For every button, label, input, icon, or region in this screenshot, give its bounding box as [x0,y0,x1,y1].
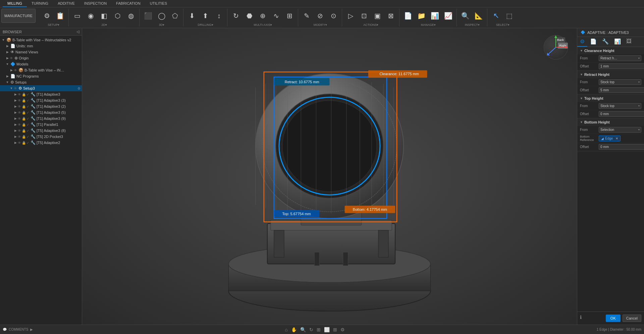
prop-tab-settings[interactable]: ⚙ [577,37,587,47]
toolbar-2d-btn3[interactable]: ◧ [98,12,110,20]
visibility-icon[interactable]: 👁 [14,68,17,72]
lock-icon[interactable]: 🔒 [22,93,26,96]
visibility-icon[interactable]: 👁 [18,105,21,108]
toolbar-2d-btn1[interactable]: ▭ [71,12,84,20]
manufacture-button[interactable]: MANUFACTURE [1,9,36,23]
toolbar-multi-btn5[interactable]: ⊞ [284,12,296,20]
clearance-height-header[interactable]: ▼ Clearance Height [577,47,644,54]
lock-icon[interactable]: 🔒 [22,111,26,114]
tab-milling[interactable]: MILLING [3,0,27,7]
info-icon[interactable]: ℹ [580,315,582,322]
lock-icon[interactable]: 🔒 [22,117,26,121]
top-from-dropdown[interactable]: Stock top ▾ [599,103,641,109]
toolbar-2d-btn5[interactable]: ◍ [125,12,137,20]
check-icon[interactable]: ✓ [26,123,29,127]
visibility-icon[interactable]: 👁 [18,117,21,121]
lock-icon[interactable]: 🔒 [22,99,26,102]
toolbar-manage-btn2[interactable]: 📁 [416,12,428,20]
tab-fabrication[interactable]: FABRICATION [111,0,145,7]
toolbar-actions-btn2[interactable]: ⊡ [358,12,370,20]
tree-item-13[interactable]: ▶👁🔒✓🔧[T1] Adaptive3 (5) [0,109,82,115]
toolbar-multi-btn1[interactable]: ↻ [230,12,242,20]
tree-item-9[interactable]: ▼👁⚙Setup3⚙ [0,85,82,91]
tree-item-17[interactable]: ▶👁🔒✓🔧[T5] 2D Pocket3 [0,134,82,140]
visibility-icon[interactable]: 👁 [10,56,13,60]
toolbar-multi-btn4[interactable]: ∿ [270,12,282,20]
check-icon[interactable]: ✓ [26,99,29,102]
tab-inspection[interactable]: INSPECTION [79,0,111,7]
bottom-ref-close-icon[interactable]: ✕ [615,137,618,140]
toolbar-stock-btn[interactable]: 📋 [54,12,66,20]
visibility-icon[interactable]: 👁 [18,123,21,127]
visibility-icon[interactable]: 👁 [18,93,21,96]
toolbar-multi-btn3[interactable]: ⊕ [257,12,269,20]
toolbar-inspect-btn1[interactable]: 🔍 [460,12,472,20]
tab-additive[interactable]: ADDITIVE [53,0,79,7]
tab-utilities[interactable]: UTILITIES [145,0,172,7]
tree-item-4[interactable]: ▶👁⊕Origin [0,55,82,61]
visibility-icon[interactable]: 👁 [18,129,21,133]
tree-item-14[interactable]: ▶👁🔒✓🔧[T1] Adaptive3 (9) [0,115,82,122]
tree-item-8[interactable]: ▼⚙Setups [0,79,82,85]
settings-bottom-icon[interactable]: ⚙ [340,326,345,333]
toolbar-manage-btn4[interactable]: 📈 [442,12,454,20]
lock-icon[interactable]: 🔒 [22,123,26,127]
grid-icon[interactable]: ⊞ [332,326,338,333]
cancel-button[interactable]: Cancel [623,315,641,322]
orbit-icon[interactable]: ↻ [309,326,314,333]
toolbar-modify-btn1[interactable]: ✎ [301,12,313,20]
lock-icon[interactable]: 🔒 [22,141,26,145]
tree-item-10[interactable]: ▶👁🔒✓🔧[T1] Adaptive3 [0,91,82,97]
toolbar-select-btn2[interactable]: ⬚ [503,12,516,20]
toolbar-manage-btn3[interactable]: 📊 [429,12,441,20]
clearance-from-dropdown[interactable]: Retract h… ▾ [599,55,641,61]
toolbar-drilling-btn1[interactable]: ⬇ [186,12,198,20]
viewport[interactable]: Clearance: 11.6775 mm Retract: 10.6775 m… [82,28,577,325]
visibility-icon[interactable]: 👁 [14,87,17,90]
check-icon[interactable]: ✓ [26,111,29,114]
comments-section[interactable]: 💬 COMMENTS ▶ [3,328,33,331]
tree-item-6[interactable]: ▶👁📦B-Table with Vise – IN… [0,67,82,73]
pan-icon[interactable]: ✋ [290,326,298,333]
check-icon[interactable]: ✓ [26,141,29,145]
visibility-icon[interactable]: 👁 [18,141,21,145]
tab-turning[interactable]: TURNING [27,0,53,7]
top-offset-input[interactable] [599,111,644,117]
tree-item-11[interactable]: ▶👁🔒✓🔧[T1] Adaptive3 (3) [0,97,82,103]
tree-item-3[interactable]: ▶👁Named Views [0,49,82,55]
lock-icon[interactable]: 🔒 [22,129,26,133]
setup-active-icon[interactable]: ⚙ [77,87,80,90]
toolbar-3d-btn3[interactable]: ⬠ [169,12,181,20]
toolbar-3d-btn2[interactable]: ◯ [156,12,168,20]
tree-item-15[interactable]: ▶👁🔒✓🔧[T1] Parallel1 [0,122,82,128]
tree-item-1[interactable]: ▼📦B-Table with Vise – INstructables v2 [0,37,82,43]
toolbar-multi-btn2[interactable]: ⬣ [244,12,256,20]
check-icon[interactable]: ✓ [26,105,29,108]
toolbar-modify-btn2[interactable]: ⊘ [314,12,326,20]
prop-tab-doc[interactable]: 📄 [587,37,599,47]
toolbar-select-btn1[interactable]: ↖ [490,11,502,20]
toolbar-actions-btn3[interactable]: ▣ [372,12,384,20]
display-icon[interactable]: ⬜ [323,326,330,333]
check-icon[interactable]: ✓ [26,117,29,121]
toolbar-2d-btn4[interactable]: ⬡ [112,12,124,20]
tree-item-12[interactable]: ▶👁🔒✓🔧[T1] Adaptive3 (2) [0,103,82,109]
check-icon[interactable]: ✓ [26,93,29,96]
check-icon[interactable]: ✓ [26,135,29,139]
tree-item-5[interactable]: ▼🔷Models [0,61,82,67]
nav-home-icon[interactable]: ⌂ [284,326,288,333]
visibility-icon[interactable]: 👁 [18,99,21,102]
toolbar-actions-btn1[interactable]: ▷ [345,12,357,20]
bottom-height-header[interactable]: ▼ Bottom Height [577,118,644,126]
toolbar-actions-btn4[interactable]: ⊠ [385,12,397,20]
visibility-icon[interactable]: 👁 [18,111,21,114]
clearance-offset-input[interactable] [599,63,644,69]
toolbar-modify-btn3[interactable]: ⊙ [328,12,340,20]
zoom-icon[interactable]: 🔍 [300,326,307,333]
retract-offset-input[interactable] [599,87,644,93]
toolbar-drilling-btn2[interactable]: ⬆ [200,12,212,20]
prop-tab-image[interactable]: 🖼 [624,37,634,47]
lock-icon[interactable]: 🔒 [22,135,26,139]
retract-from-dropdown[interactable]: Stock top ▾ [599,79,641,85]
check-icon[interactable]: ✓ [26,129,29,133]
